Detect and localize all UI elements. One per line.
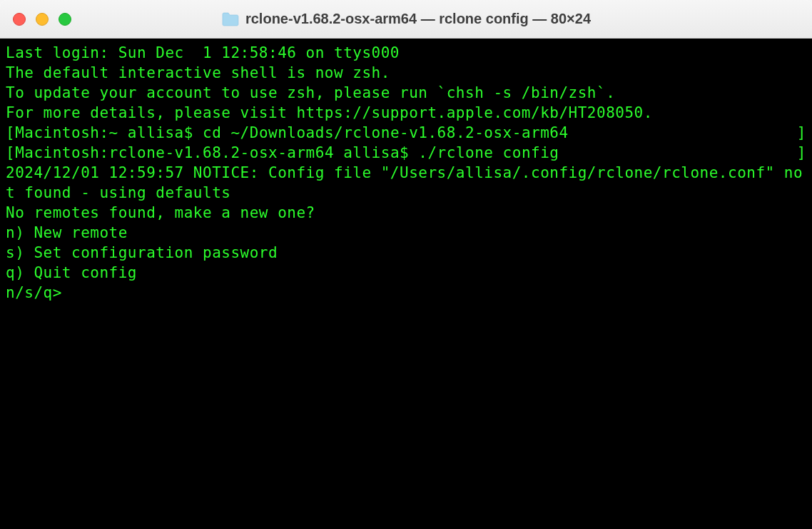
prompt-line-1: [Macintosh:~ allisa$ cd ~/Downloads/rclo… xyxy=(6,123,806,143)
traffic-lights xyxy=(0,13,71,26)
title-content: rclone-v1.68.2-osx-arm64 — rclone config… xyxy=(221,11,591,27)
prompt-1-text: Macintosh:~ allisa$ cd ~/Downloads/rclon… xyxy=(15,124,568,141)
bracket-close: ] xyxy=(797,143,806,163)
terminal-body[interactable]: Last login: Sun Dec 1 12:58:46 on ttys00… xyxy=(0,39,812,529)
terminal-window: rclone-v1.68.2-osx-arm64 — rclone config… xyxy=(0,0,812,529)
input-prompt: n/s/q> xyxy=(6,284,71,301)
zsh-notice-1: The default interactive shell is now zsh… xyxy=(6,63,806,83)
bracket-open: [ xyxy=(6,124,15,141)
zsh-notice-2: To update your account to use zsh, pleas… xyxy=(6,83,806,103)
minimize-button[interactable] xyxy=(36,13,49,26)
titlebar[interactable]: rclone-v1.68.2-osx-arm64 — rclone config… xyxy=(0,0,812,39)
window-title: rclone-v1.68.2-osx-arm64 — rclone config… xyxy=(245,11,591,27)
zsh-notice-3: For more details, please visit https://s… xyxy=(6,103,806,123)
option-quit: q) Quit config xyxy=(6,263,806,283)
input-prompt-line[interactable]: n/s/q> xyxy=(6,283,806,303)
zoom-button[interactable] xyxy=(59,13,71,26)
folder-icon xyxy=(221,11,240,27)
bracket-open: [ xyxy=(6,144,15,161)
notice-line: 2024/12/01 12:59:57 NOTICE: Config file … xyxy=(6,163,806,203)
no-remotes-line: No remotes found, make a new one? xyxy=(6,203,806,223)
prompt-2-text: Macintosh:rclone-v1.68.2-osx-arm64 allis… xyxy=(15,144,559,161)
close-button[interactable] xyxy=(13,13,26,26)
option-new-remote: n) New remote xyxy=(6,223,806,243)
prompt-line-2: [Macintosh:rclone-v1.68.2-osx-arm64 alli… xyxy=(6,143,806,163)
option-set-password: s) Set configuration password xyxy=(6,243,806,263)
bracket-close: ] xyxy=(797,123,806,143)
last-login-line: Last login: Sun Dec 1 12:58:46 on ttys00… xyxy=(6,43,806,63)
